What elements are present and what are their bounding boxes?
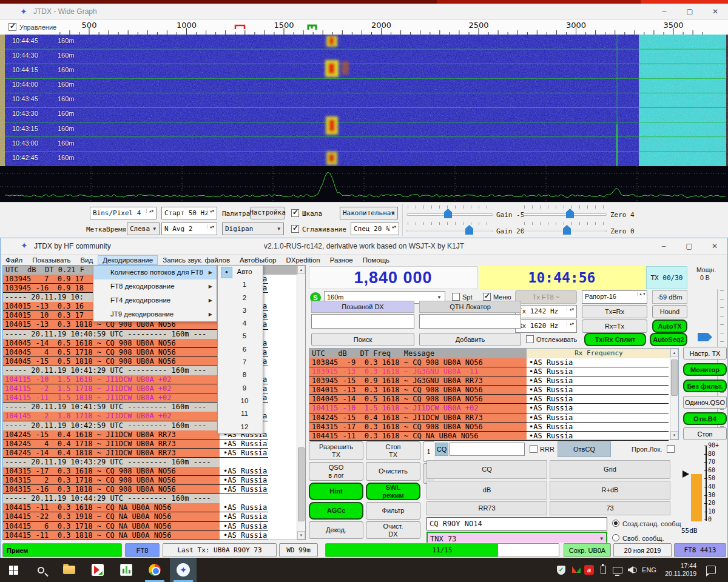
side-button[interactable]: Монитор [683, 363, 727, 376]
decode-row[interactable]: 104245 -14 0.4 1818 ~ JI1DCW UB0A RR73 •… [3, 449, 268, 458]
tray-volume[interactable] [625, 558, 641, 582]
hint-button[interactable]: Hint [309, 483, 363, 500]
decode-row[interactable]: 104315 -17 0.3 1618 ~ CQ 908 UB0A NO56 •… [309, 423, 669, 432]
gain2-slider[interactable] [406, 222, 493, 235]
start-freq-spinner[interactable]: Старт 50 Hz [161, 207, 217, 219]
decode-row[interactable]: 104315 2 0.3 1718 ~ CQ 908 UB0A NO56 •AS… [3, 476, 268, 485]
scale-checkbox[interactable] [291, 209, 299, 217]
decode-row[interactable]: 104015 -13 0.3 1618 ~ CQ 908 UB0A NO56 •… [309, 386, 669, 395]
submenu-item[interactable]: Авто [218, 266, 263, 278]
side-button[interactable]: Отв.В4 [683, 412, 727, 425]
start-button[interactable] [0, 558, 27, 582]
decode-row[interactable]: 103845 -9 0.3 1618 ~ CQ 908 UB0A NO56 •A… [309, 358, 669, 367]
smoothing-checkbox[interactable] [291, 225, 299, 233]
close-icon[interactable]: ✕ [703, 4, 728, 20]
msg-cq-button[interactable]: CQ [426, 460, 547, 479]
filter-button[interactable]: Фильтр [366, 502, 420, 520]
submenu-item[interactable]: 9 [218, 382, 263, 395]
right-scrollbar[interactable]: ▲ ▼ [670, 349, 678, 440]
jtdx-taskbar-button[interactable]: ✦ [170, 558, 197, 582]
menu-item[interactable]: Файл [1, 255, 27, 265]
submenu-item[interactable]: 7 [218, 356, 263, 369]
free-message-radio[interactable] [612, 534, 619, 541]
scroll-up-icon[interactable]: ▲ [670, 349, 678, 357]
msg-grid-button[interactable]: Grid [550, 460, 670, 479]
gain1-slider[interactable] [406, 206, 493, 219]
swl-mode-button[interactable]: SWL режим [366, 483, 420, 500]
tab-messages-1[interactable]: 1 [423, 441, 434, 462]
msg-rr73-button[interactable]: RR73 [426, 501, 547, 515]
frequency-ruler[interactable]: Управление 500100015002000250030003500 [0, 20, 728, 35]
scroll-thumb[interactable] [298, 447, 305, 521]
app-button-2[interactable] [113, 558, 140, 582]
submenu-item[interactable]: 12 [218, 421, 263, 433]
minimize-icon[interactable]: – [652, 4, 677, 20]
zero2-slider[interactable] [523, 222, 607, 235]
scroll-thumb[interactable] [671, 360, 678, 396]
decode-row[interactable]: 104115 -10 1.5 1618 ~ JI1DCW UB0A +02 •A… [309, 404, 669, 413]
dropdown-item[interactable]: JT9 декодирование [93, 307, 217, 321]
tray-avira[interactable]: a [581, 558, 597, 582]
autoseq-button[interactable]: AutoSeq2 [650, 333, 687, 346]
menu-checkbox[interactable] [483, 293, 491, 301]
submenu-item[interactable]: 10 [218, 395, 263, 407]
add-button[interactable]: Добавить [419, 333, 521, 346]
submenu-item[interactable]: 1 [218, 278, 263, 291]
menu-item[interactable]: DXpedition [281, 255, 325, 265]
decode-row[interactable]: 104315 -17 0.3 1618 ~ CQ 908 UB0A NO56 •… [3, 467, 268, 476]
maximize-icon[interactable]: ▢ [676, 238, 702, 255]
dropdown-item[interactable]: Количество потоков для FT8 [93, 266, 217, 279]
track-checkbox[interactable] [526, 335, 534, 343]
cq-dx-input[interactable] [450, 443, 525, 456]
palette-name-dropdown[interactable]: Digipan [222, 222, 284, 235]
tx-freq-spinner[interactable]: Tx 1242 Hz [515, 305, 577, 318]
txrx-split-button[interactable]: Tx/Rx Сплит [584, 333, 646, 346]
autotx-button[interactable]: AutoTX [652, 319, 687, 333]
report-spinner[interactable]: Рапорт-16 [582, 290, 647, 304]
clear-dx-button[interactable]: Очист. DX [366, 521, 420, 539]
main-titlebar[interactable]: ✦ JTDX by HF community v2.1.0-RUS-rc142,… [1, 238, 727, 255]
scroll-down-icon[interactable]: ▼ [670, 431, 678, 440]
scroll-down-icon[interactable]: ▼ [297, 531, 305, 540]
stop-tx-button[interactable]: Стоп TX [366, 441, 420, 460]
menu-item[interactable]: АвтоВыбор [235, 255, 281, 265]
decode-row[interactable]: 103945 -15 0.9 1618 ~ JG3GNU UB0A RR73 •… [309, 376, 669, 386]
decode-row[interactable]: 104245 -15 0.4 1618 ~ JI1DCW UB0A RR73 •… [309, 413, 669, 423]
standard-message-radio[interactable] [612, 520, 619, 527]
menu-item[interactable]: Показывать [27, 255, 75, 265]
submenu-item[interactable]: 8 [218, 369, 263, 381]
close-icon[interactable]: ✕ [702, 238, 727, 255]
skip-locator-checkbox[interactable] [667, 445, 675, 453]
decode-row[interactable]: ----- 20.11.19 10:43:29 UTC --------- 16… [3, 458, 268, 467]
decode-row[interactable]: ----- 20.11.19 10:44:29 UTC --------- 16… [3, 494, 268, 503]
decode-button[interactable]: Декод. [309, 521, 363, 539]
spectrum-plot[interactable] [0, 166, 728, 202]
palette-setup-button[interactable]: Настройка [250, 207, 285, 219]
submenu-item[interactable]: 3 [218, 304, 263, 317]
decode-row[interactable]: 104045 -14 0.5 1618 ~ CQ 908 UB0A NO56 •… [309, 395, 669, 404]
agc-button[interactable]: AGCc [309, 502, 363, 520]
rrr-checkbox[interactable] [530, 445, 538, 453]
enable-tx-button[interactable]: Разрешить TX [309, 441, 363, 460]
menu-item[interactable]: Вид [75, 255, 98, 265]
keyboard-language[interactable]: ENG [639, 558, 659, 582]
menu-item[interactable]: Запись звук. файлов [158, 255, 235, 265]
dx-call-input[interactable] [311, 314, 414, 329]
decode-row[interactable]: 104415 -11 0.3 1618 ~ CQ NA UB0A NO56 •A… [3, 503, 268, 512]
menu-item[interactable]: Помощь [358, 255, 394, 265]
scroll-up-icon[interactable]: ▲ [297, 266, 305, 274]
side-button[interactable]: Без фильт. [683, 380, 727, 392]
submenu-item[interactable]: 4 [218, 317, 263, 330]
menu-item[interactable]: Разное [325, 255, 358, 265]
submenu-item[interactable]: 6 [218, 343, 263, 356]
minimize-icon[interactable]: – [651, 238, 676, 255]
generated-message-input[interactable]: CQ R9OY NO14 [426, 517, 607, 530]
decode-row[interactable]: 104415 6 0.3 1718 ~ CQ NA UB0A NO56 •AS … [3, 522, 268, 531]
wide-graph-titlebar[interactable]: ✦ JTDX - Wide Graph – ▢ ✕ [0, 4, 728, 20]
power-slider-handle[interactable] [698, 333, 712, 341]
decode-row[interactable]: 104415 -11 0.3 1618 ~ CQ NA UB0A NO56 •A… [309, 432, 669, 441]
chrome-button[interactable] [141, 558, 168, 582]
app-button-1[interactable] [84, 558, 111, 582]
accumulate-dropdown[interactable]: Накопительная [340, 207, 398, 219]
file-explorer-button[interactable] [56, 558, 83, 582]
